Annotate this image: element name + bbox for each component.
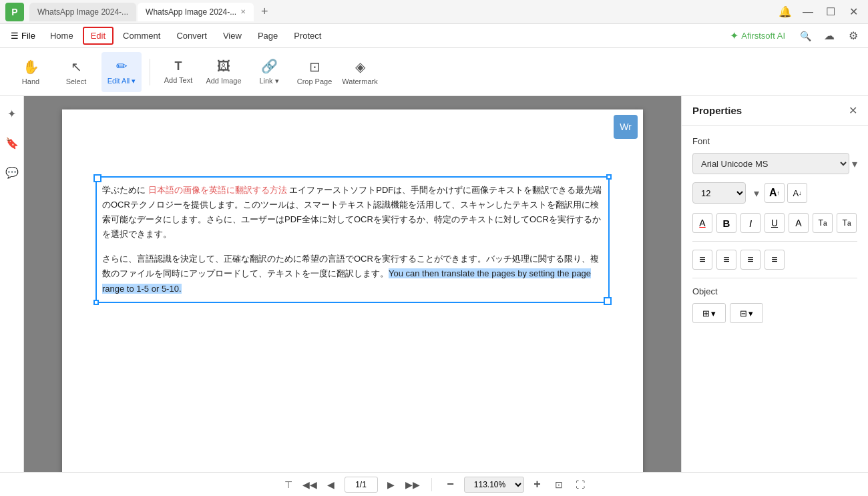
menu-view[interactable]: View	[216, 28, 248, 43]
link-label: Link ▾	[259, 77, 278, 85]
zoom-level-select[interactable]: 113.10%	[464, 477, 524, 493]
hand-tool[interactable]: ✋ Hand	[11, 52, 51, 92]
title-bar-actions: 🔔 — ☐ ✕	[776, 3, 863, 21]
prev-first-button[interactable]: ◀◀	[302, 477, 318, 493]
font-size-buttons: A↑ A↓	[765, 183, 807, 203]
properties-close-button[interactable]: ✕	[849, 104, 857, 117]
search-button[interactable]: 🔍	[796, 27, 815, 45]
align-justify-button[interactable]: ≡	[765, 250, 785, 270]
resize-handle-tr[interactable]	[606, 174, 612, 180]
strikethrough-button[interactable]: A	[789, 213, 809, 233]
italic-button[interactable]: I	[740, 213, 761, 233]
align-right-button[interactable]: ≡	[740, 250, 761, 270]
font-family-select[interactable]: Arial Unicode MS	[692, 153, 849, 174]
link-tool[interactable]: 🔗 Link ▾	[249, 52, 289, 92]
tab-2-close[interactable]: ✕	[240, 8, 246, 15]
menu-right-actions: ✦ Afirstsoft AI 🔍 ☁ ⚙	[724, 27, 863, 45]
next-last-button[interactable]: ▶▶	[405, 477, 421, 493]
pdf-page: Wr 学ぶために 日本語の画像を英語に翻訳する方法 エイファーストソフトPDFは…	[62, 109, 643, 472]
watermark-tool[interactable]: ◈ Watermark	[340, 52, 380, 92]
hamburger-menu[interactable]: ☰ File	[5, 28, 41, 43]
edit-all-tool[interactable]: ✏ Edit All ▾	[101, 52, 142, 92]
pdf-viewer[interactable]: Wr 学ぶために 日本語の画像を英語に翻訳する方法 エイファーストソフトPDFは…	[24, 96, 681, 472]
toolbar-separator-1	[150, 59, 150, 85]
font-section-label: Font	[692, 136, 857, 146]
superscript-button[interactable]: Ta	[813, 213, 833, 233]
format-buttons-row: A B I U A Ta Ta	[692, 213, 857, 233]
menu-comment[interactable]: Comment	[116, 28, 167, 43]
properties-header: Properties ✕	[682, 96, 868, 126]
add-image-tool[interactable]: 🖼 Add Image	[204, 52, 244, 92]
resize-handle-bl[interactable]	[93, 300, 99, 305]
new-tab-button[interactable]: +	[255, 3, 274, 21]
close-button[interactable]: ✕	[844, 3, 863, 21]
font-size-decrease-button[interactable]: A↓	[787, 183, 807, 203]
object-distribute-button[interactable]: ⊟ ▾	[730, 303, 763, 323]
notification-icon[interactable]: 🔔	[776, 3, 795, 21]
underline-button[interactable]: U	[765, 213, 785, 233]
menu-edit[interactable]: Edit	[83, 27, 114, 45]
add-image-icon: 🖼	[217, 59, 230, 74]
next-page-button[interactable]: ▶	[383, 477, 399, 493]
object-align-icon: ⊞	[702, 308, 710, 318]
crop-page-icon: ⊡	[309, 59, 320, 75]
align-left-button[interactable]: ≡	[692, 250, 712, 270]
translate-icon[interactable]: Wr	[614, 115, 638, 139]
menu-bar: ☰ File Home Edit Comment Convert View Pa…	[0, 24, 868, 48]
font-size-dropdown-arrow[interactable]: ▾	[754, 187, 759, 200]
align-buttons-row: ≡ ≡ ≡ ≡	[692, 250, 857, 270]
watermark-label: Watermark	[342, 77, 377, 85]
tab-2[interactable]: WhatsApp Image 2024-... ✕	[138, 3, 254, 21]
bold-button[interactable]: B	[716, 213, 736, 233]
font-size-increase-button[interactable]: A↑	[765, 183, 785, 203]
minimize-button[interactable]: —	[799, 3, 817, 21]
menu-convert[interactable]: Convert	[170, 28, 214, 43]
bottom-toolbar: ⊤ ◀◀ ◀ 1/1 ▶ ▶▶ − 113.10% + ⊡ ⛶	[0, 472, 868, 496]
page-top-button[interactable]: ⊤	[280, 477, 296, 493]
object-distribute-dropdown: ▾	[748, 308, 753, 318]
align-center-button[interactable]: ≡	[716, 250, 736, 270]
fit-page-button[interactable]: ⊡	[551, 477, 567, 493]
page-number-input[interactable]: 1/1	[345, 477, 378, 493]
title-bar: P WhatsApp Image 2024-... WhatsApp Image…	[0, 0, 868, 24]
link-icon: 🔗	[261, 58, 278, 74]
sidebar-bookmark-icon[interactable]: 🔖	[3, 134, 21, 152]
text-color-button[interactable]: A	[692, 213, 712, 233]
app-logo: P	[5, 3, 24, 21]
prev-page-button[interactable]: ◀	[323, 477, 339, 493]
props-divider-1	[692, 241, 857, 242]
tab-1[interactable]: WhatsApp Image 2024-...	[29, 3, 136, 21]
menu-settings-icon[interactable]: ⚙	[844, 27, 863, 45]
font-family-row: Arial Unicode MS ▾	[692, 153, 857, 174]
object-distribute-icon: ⊟	[740, 308, 747, 318]
sidebar-thumbnail-icon[interactable]: ✦	[3, 104, 21, 123]
zoom-in-button[interactable]: +	[529, 477, 546, 493]
crop-page-tool[interactable]: ⊡ Crop Page	[294, 52, 335, 92]
object-align-button[interactable]: ⊞ ▾	[692, 303, 726, 323]
edit-all-label: Edit All ▾	[107, 77, 136, 85]
text-content-block[interactable]: 学ぶために 日本語の画像を英語に翻訳する方法 エイファーストソフトPDFは、手間…	[95, 176, 610, 303]
font-size-select[interactable]: 12	[692, 182, 746, 204]
menu-page[interactable]: Page	[251, 28, 284, 43]
maximize-button[interactable]: ☐	[821, 3, 840, 21]
bottom-separator-1	[431, 478, 432, 491]
cloud-button[interactable]: ☁	[820, 27, 839, 45]
object-align-dropdown: ▾	[711, 308, 716, 318]
hamburger-icon: ☰	[11, 31, 19, 41]
object-buttons-row: ⊞ ▾ ⊟ ▾	[692, 303, 857, 323]
select-tool[interactable]: ↖ Select	[56, 52, 96, 92]
afirstsoft-ai-button[interactable]: ✦ Afirstsoft AI	[724, 27, 791, 45]
menu-protect[interactable]: Protect	[287, 28, 328, 43]
afirstsoft-label: Afirstsoft AI	[741, 31, 785, 41]
add-text-tool[interactable]: T Add Text	[158, 52, 198, 92]
subscript-button[interactable]: Ta	[837, 213, 857, 233]
tab-1-label: WhatsApp Image 2024-...	[37, 7, 128, 17]
fullscreen-button[interactable]: ⛶	[572, 477, 588, 493]
menu-home[interactable]: Home	[43, 28, 80, 43]
select-label: Select	[66, 77, 87, 85]
font-dropdown-arrow[interactable]: ▾	[852, 158, 857, 170]
afirstsoft-icon: ✦	[730, 29, 738, 42]
zoom-out-button[interactable]: −	[443, 477, 459, 493]
left-sidebar: ✦ 🔖 💬	[0, 96, 24, 472]
sidebar-comment-icon[interactable]: 💬	[3, 163, 21, 182]
